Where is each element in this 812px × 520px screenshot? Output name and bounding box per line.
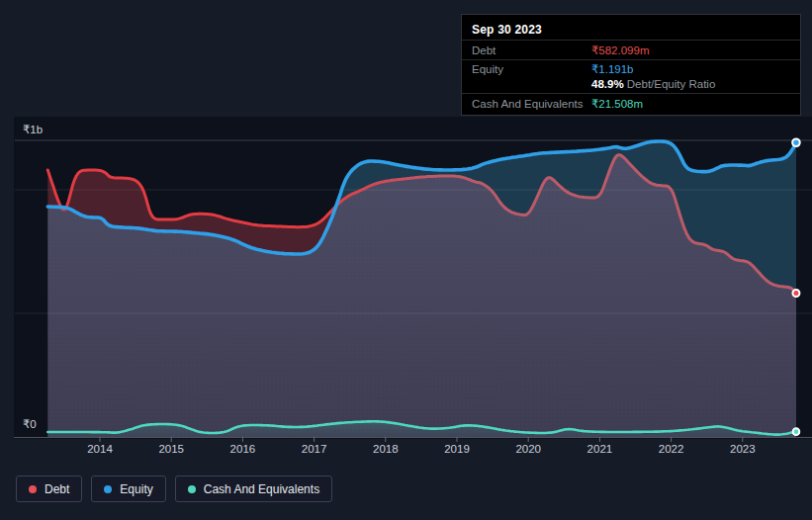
tooltip-cash-label: Cash And Equivalents	[472, 98, 584, 110]
x-axis-label-2022: 2022	[659, 443, 684, 455]
tooltip-debt-value: ₹582.099m	[591, 44, 649, 57]
tooltip-debt-row: Debt ₹582.099m	[472, 44, 794, 57]
debt-series-dot-icon	[29, 485, 37, 493]
legend-equity-label: Equity	[120, 482, 152, 496]
x-axis-label-2017: 2017	[302, 443, 327, 455]
cash-series-dot-icon	[188, 485, 196, 493]
tooltip-cash-row: Cash And Equivalents ₹21.508m	[472, 98, 794, 111]
tooltip-ratio-row: 48.9% Debt/Equity Ratio	[472, 78, 794, 91]
legend-item-debt[interactable]: Debt	[16, 476, 82, 502]
x-axis-label-2015: 2015	[158, 443, 184, 455]
tooltip-cash-value: ₹21.508m	[591, 98, 643, 111]
cash-endpoint	[793, 428, 800, 435]
chart-tooltip: Sep 30 2023 Debt ₹582.099m Equity ₹1.191…	[461, 14, 801, 116]
legend-item-equity[interactable]: Equity	[91, 476, 165, 502]
x-axis-label-2019: 2019	[444, 443, 470, 455]
legend-cash-label: Cash And Equivalents	[204, 482, 319, 496]
tooltip-divider	[462, 40, 800, 41]
y-axis-top-label: ₹1b	[23, 124, 43, 135]
debt-equity-history-panel: 2014201520162017201820192020202120222023…	[0, 0, 812, 520]
equity-series-dot-icon	[104, 485, 112, 493]
x-axis-label-2023: 2023	[730, 443, 756, 455]
tooltip-ratio-value: 48.9%	[591, 78, 624, 90]
tooltip-divider	[462, 93, 800, 94]
debt-endpoint	[792, 290, 799, 297]
tooltip-date: Sep 30 2023	[472, 23, 542, 37]
legend-item-cash[interactable]: Cash And Equivalents	[175, 476, 332, 502]
x-axis-label-2016: 2016	[230, 443, 256, 455]
tooltip-ratio: 48.9% Debt/Equity Ratio	[591, 78, 715, 91]
x-axis-labels: 2014201520162017201820192020202120222023	[87, 438, 755, 456]
tooltip-equity-row: Equity ₹1.191b	[472, 63, 794, 76]
legend-debt-label: Debt	[45, 482, 69, 496]
x-axis-label-2020: 2020	[515, 443, 541, 455]
tooltip-debt-label: Debt	[472, 44, 496, 56]
tooltip-ratio-label: Debt/Equity Ratio	[627, 78, 716, 90]
x-axis-label-2014: 2014	[87, 443, 113, 455]
tooltip-equity-label: Equity	[472, 63, 503, 75]
equity-endpoint	[792, 138, 800, 146]
x-axis-label-2018: 2018	[373, 443, 399, 455]
tooltip-divider	[462, 59, 800, 60]
tooltip-equity-value: ₹1.191b	[591, 63, 634, 76]
chart-legend: Debt Equity Cash And Equivalents	[16, 476, 332, 502]
x-axis-label-2021: 2021	[587, 443, 613, 455]
y-axis-bottom-label: ₹0	[23, 418, 37, 430]
